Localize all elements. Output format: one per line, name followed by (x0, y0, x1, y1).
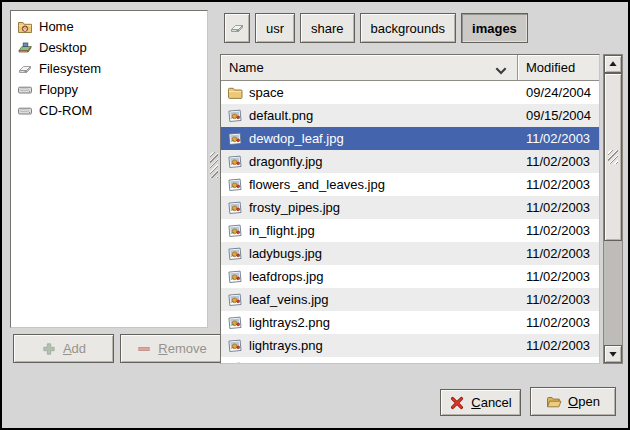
column-header-modified[interactable]: Modified (518, 55, 599, 81)
sidebar-item-filesystem[interactable]: Filesystem (11, 58, 207, 79)
file-name-label: in_flight.jpg (249, 223, 315, 238)
paned-resize-grip[interactable] (210, 152, 218, 178)
file-modified-label: 11/02/2003 (518, 177, 590, 192)
image-icon (227, 246, 243, 262)
desktop-icon (17, 40, 33, 56)
home-icon (17, 19, 33, 35)
file-row[interactable]: flowers_and_leaves.jpg11/02/2003 (221, 173, 599, 196)
add-icon (41, 341, 57, 357)
button-label: Add (63, 341, 86, 356)
open-button[interactable]: Open (530, 387, 616, 416)
file-name-cell: lightrays.png (221, 338, 518, 354)
image-icon (227, 315, 243, 331)
file-name-cell (221, 361, 518, 364)
file-row[interactable]: lightrays2.png11/02/2003 (221, 311, 599, 334)
sidebar-item-home[interactable]: Home (11, 16, 207, 37)
path-button-label: backgrounds (371, 21, 445, 36)
path-button-label: images (472, 21, 517, 36)
file-chooser-dialog: { "colors": { "dialog_bg": "#d6d6d6", "s… (0, 0, 630, 430)
path-button-backgrounds[interactable]: backgrounds (360, 13, 456, 43)
path-button-label: share (311, 21, 344, 36)
filesystem-icon (17, 61, 33, 77)
button-label: Cancel (471, 395, 511, 410)
add-button[interactable]: Add (13, 334, 114, 363)
file-name-cell: in_flight.jpg (221, 223, 518, 239)
file-row[interactable]: dragonfly.jpg11/02/2003 (221, 150, 599, 173)
button-label: Open (568, 394, 600, 409)
file-row[interactable] (221, 357, 599, 363)
cdrom-icon (17, 103, 33, 119)
place-label: Desktop (39, 40, 87, 55)
file-name-label: leaf_veins.jpg (249, 292, 329, 307)
folder-icon (227, 85, 243, 101)
file-modified-label: 11/02/2003 (518, 200, 590, 215)
file-row[interactable]: space09/24/2004 (221, 81, 599, 104)
file-row[interactable]: leaf_veins.jpg11/02/2003 (221, 288, 599, 311)
file-name-cell: lightrays2.png (221, 315, 518, 331)
file-name-cell: leaf_veins.jpg (221, 292, 518, 308)
file-row[interactable]: in_flight.jpg11/02/2003 (221, 219, 599, 242)
file-name-cell: frosty_pipes.jpg (221, 200, 518, 216)
arrow-up-icon (608, 59, 618, 69)
sidebar-item-desktop[interactable]: Desktop (11, 37, 207, 58)
file-row[interactable]: lightrays.png11/02/2003 (221, 334, 599, 357)
file-name-cell: default.png (221, 108, 518, 124)
file-row[interactable]: dewdop_leaf.jpg11/02/2003 (221, 127, 599, 150)
file-name-label: lightrays.png (249, 338, 323, 353)
file-modified-label: 11/02/2003 (518, 315, 590, 330)
image-icon (227, 223, 243, 239)
remove-button[interactable]: Remove (120, 334, 223, 363)
cancel-button[interactable]: Cancel (440, 389, 521, 416)
path-button-label: usr (266, 21, 284, 36)
file-name-label: dewdop_leaf.jpg (249, 131, 344, 146)
image-icon (227, 154, 243, 170)
file-name-label: dragonfly.jpg (249, 154, 322, 169)
file-row[interactable]: frosty_pipes.jpg11/02/2003 (221, 196, 599, 219)
file-name-cell: dewdop_leaf.jpg (221, 131, 518, 147)
path-root-button[interactable] (224, 13, 250, 43)
path-button-images[interactable]: images (461, 13, 528, 43)
file-name-cell: dragonfly.jpg (221, 154, 518, 170)
image-icon (227, 269, 243, 285)
place-label: CD-ROM (39, 103, 92, 118)
file-name-label: leafdrops.jpg (249, 269, 323, 284)
path-button-usr[interactable]: usr (255, 13, 295, 43)
image-icon (227, 131, 243, 147)
file-name-cell: space (221, 85, 518, 101)
scroll-up-button[interactable] (604, 55, 622, 73)
vertical-scrollbar[interactable] (603, 54, 623, 364)
file-name-cell: leafdrops.jpg (221, 269, 518, 285)
image-icon (227, 200, 243, 216)
file-name-cell: ladybugs.jpg (221, 246, 518, 262)
file-row[interactable]: ladybugs.jpg11/02/2003 (221, 242, 599, 265)
file-modified-label: 11/02/2003 (518, 154, 590, 169)
file-name-label: flowers_and_leaves.jpg (249, 177, 385, 192)
file-name-label: space (249, 85, 284, 100)
file-row[interactable]: leafdrops.jpg11/02/2003 (221, 265, 599, 288)
image-icon (227, 361, 243, 364)
file-modified-label: 11/02/2003 (518, 269, 590, 284)
column-header-name[interactable]: Name (221, 55, 518, 81)
file-name-cell: flowers_and_leaves.jpg (221, 177, 518, 193)
sidebar-item-floppy[interactable]: Floppy (11, 79, 207, 100)
file-modified-label: 11/02/2003 (518, 131, 590, 146)
file-list-panel: Name Modified space09/24/2004default.png… (220, 54, 600, 364)
file-modified-label: 11/02/2003 (518, 338, 590, 353)
places-list: HomeDesktopFilesystemFloppyCD-ROM (10, 10, 208, 328)
scroll-down-button[interactable] (604, 345, 622, 363)
image-icon (227, 108, 243, 124)
place-label: Home (39, 19, 74, 34)
path-bar: usrsharebackgroundsimages (224, 13, 528, 43)
file-name-label: default.png (249, 108, 313, 123)
file-row[interactable]: default.png09/15/2004 (221, 104, 599, 127)
sort-descending-icon (493, 63, 509, 73)
image-icon (227, 292, 243, 308)
scrollbar-thumb[interactable] (604, 73, 622, 241)
path-button-share[interactable]: share (300, 13, 355, 43)
sidebar-item-cd-rom[interactable]: CD-ROM (11, 100, 207, 121)
button-label: Remove (158, 341, 206, 356)
open-folder-icon (546, 394, 562, 410)
image-icon (227, 177, 243, 193)
image-icon (227, 338, 243, 354)
file-name-label: lightrays2.png (249, 315, 330, 330)
